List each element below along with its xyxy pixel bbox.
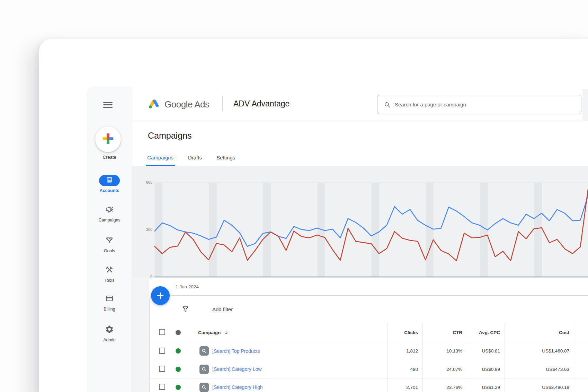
table-header-row: Campaign Clicks CTR Avg. CPC Cost Conver… <box>150 323 588 342</box>
table-row: [Search] Top Products 1,812 10.13% US$0.… <box>150 342 588 360</box>
main-content: Google Ads ADV Advantage Campaigns Campa… <box>132 87 588 392</box>
trophy-icon <box>105 236 114 246</box>
tools-icon <box>105 265 114 276</box>
accounts-icon <box>106 176 113 185</box>
cell-clicks: 480 <box>387 360 422 378</box>
page-head: Campaigns CampaignsDraftsSettings <box>132 121 588 166</box>
y-tick-600: 600 <box>132 180 152 184</box>
search-campaign-icon <box>199 365 209 374</box>
status-dot-enabled[interactable] <box>176 348 181 354</box>
cell-ctr: 23.76% <box>422 378 467 392</box>
table-body: [Search] Top Products 1,812 10.13% US$0.… <box>150 342 588 392</box>
cell-avg-cpc: US$0.99 <box>467 360 505 378</box>
sidebar-item-label: Admin <box>87 338 132 342</box>
status-dot-enabled[interactable] <box>176 367 181 372</box>
sidebar-item-admin[interactable]: Admin <box>87 324 132 342</box>
cell-cost: US$473.63 <box>505 360 574 378</box>
add-filter-button[interactable]: Add filter <box>212 296 233 323</box>
column-header-clicks[interactable]: Clicks <box>387 323 422 342</box>
sidebar-item-label: Tools <box>87 278 132 283</box>
plus-icon <box>156 291 165 300</box>
search-campaign-icon <box>199 346 209 356</box>
cell-conversions: 83.48 <box>574 342 588 360</box>
create-label: Create <box>87 155 132 160</box>
row-checkbox[interactable] <box>159 348 165 354</box>
page-title: Campaigns <box>148 131 191 141</box>
status-dot-enabled[interactable] <box>176 385 181 390</box>
sidebar-item-accounts[interactable]: Accounts <box>87 175 132 193</box>
row-checkbox[interactable] <box>159 384 165 390</box>
cell-conversions: 18.78 <box>574 360 588 378</box>
cell-ctr: 24.07% <box>422 360 467 378</box>
y-tick-300: 300 <box>132 227 152 232</box>
cell-ctr: 10.13% <box>422 342 467 360</box>
cell-avg-cpc: US$1.29 <box>467 378 505 392</box>
left-gutter <box>132 278 149 392</box>
billing-icon <box>105 294 114 304</box>
search-campaign-icon <box>199 383 209 392</box>
gear-icon <box>105 325 114 335</box>
table-row: [Search] Category High 2,701 23.76% US$1… <box>150 378 588 392</box>
topbar-divider <box>222 96 223 111</box>
cell-avg-cpc: US$0.81 <box>467 342 505 360</box>
app-window: Create AccountsCampaignsGoalsToolsBillin… <box>39 39 588 392</box>
google-ads-logo-icon <box>148 97 160 111</box>
cell-conversions: 138.31 <box>574 378 588 392</box>
column-header-conversions[interactable]: Conversions <box>574 323 588 342</box>
sidebar: Create AccountsCampaignsGoalsToolsBillin… <box>87 87 132 392</box>
active-pill <box>99 175 120 186</box>
campaign-link[interactable]: [Search] Category High <box>212 378 263 392</box>
sort-desc-icon <box>224 330 229 335</box>
tab-campaigns[interactable]: Campaigns <box>146 155 175 166</box>
chart-plot[interactable] <box>154 166 588 278</box>
megaphone-icon <box>105 205 114 215</box>
filter-funnel-icon <box>181 305 189 313</box>
account-name: ADV Advantage <box>233 87 289 121</box>
sidebar-item-label: Campaigns <box>87 218 132 223</box>
column-header-cost[interactable]: Cost <box>505 323 574 342</box>
cell-clicks: 2,701 <box>387 378 422 392</box>
topbar-right-panel <box>582 89 588 121</box>
status-column-icon <box>176 330 181 335</box>
cell-cost: US$1,460.07 <box>505 342 574 360</box>
performance-chart: 600 300 0 <box>132 166 588 278</box>
campaign-link[interactable]: [Search] Top Products <box>212 342 260 360</box>
campaign-link[interactable]: [Search] Category Low <box>212 360 261 378</box>
global-search[interactable] <box>377 95 581 114</box>
google-ads-logo: Google Ads <box>148 97 209 111</box>
sidebar-item-campaigns[interactable]: Campaigns <box>87 204 132 223</box>
row-checkbox[interactable] <box>159 366 165 372</box>
table-row: [Search] Category Low 480 24.07% US$0.99… <box>150 360 588 378</box>
google-ads-app: Create AccountsCampaignsGoalsToolsBillin… <box>87 87 588 392</box>
tab-drafts[interactable]: Drafts <box>187 155 203 166</box>
sidebar-item-tools[interactable]: Tools <box>87 265 132 283</box>
search-input[interactable] <box>395 102 575 107</box>
column-header-campaign[interactable]: Campaign <box>198 323 229 342</box>
cell-cost: US$3,490.19 <box>505 378 574 392</box>
product-name: Google Ads <box>164 99 209 110</box>
menu-icon[interactable] <box>103 102 113 108</box>
series-red <box>154 189 588 261</box>
chart-start-date: 1 Jun 2024 <box>176 284 199 289</box>
column-header-avg-cpc[interactable]: Avg. CPC <box>467 323 505 342</box>
cell-clicks: 1,812 <box>387 342 422 360</box>
campaign-table-card: Add filter Campaign Clicks CTR <box>149 295 588 392</box>
select-all-checkbox[interactable] <box>159 329 165 335</box>
sidebar-item-billing[interactable]: Billing <box>87 294 132 312</box>
create-button[interactable] <box>95 127 121 152</box>
top-bar: Google Ads ADV Advantage <box>132 87 588 121</box>
add-campaign-button[interactable] <box>151 286 170 305</box>
tab-settings[interactable]: Settings <box>215 155 237 166</box>
sidebar-item-label: Accounts <box>87 188 132 193</box>
tab-bar: CampaignsDraftsSettings <box>146 155 248 166</box>
column-header-ctr[interactable]: CTR <box>422 323 467 342</box>
sidebar-item-goals[interactable]: Goals <box>87 235 132 253</box>
sidebar-item-label: Billing <box>87 307 132 312</box>
plus-multicolor-icon <box>102 133 114 146</box>
filter-bar: Add filter <box>150 296 588 323</box>
sidebar-item-label: Goals <box>87 249 132 253</box>
series-blue <box>154 195 588 246</box>
search-icon <box>384 101 391 108</box>
